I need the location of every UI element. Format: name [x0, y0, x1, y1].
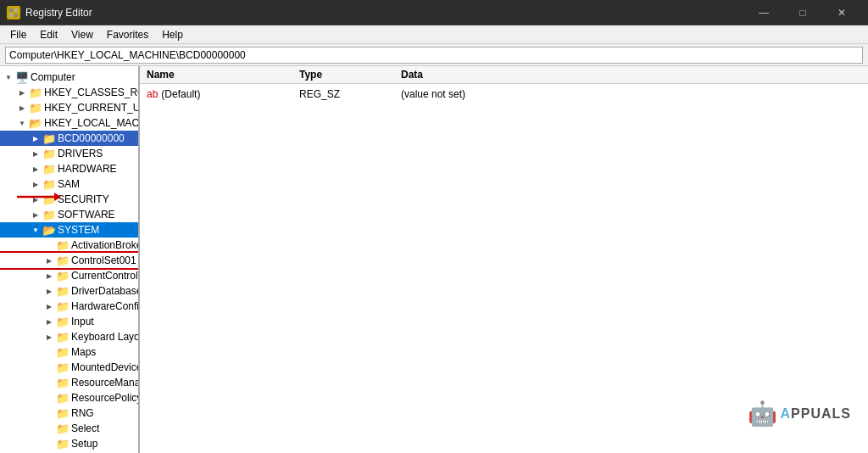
tree-item-setup[interactable]: 📁 Setup [0, 436, 138, 451]
expander-sam[interactable] [29, 176, 42, 192]
tree-label-hwconfig: HardwareConfig [70, 300, 140, 312]
tree-item-hwconfig[interactable]: 📁 HardwareConfig [0, 299, 138, 314]
tree-item-driverdb[interactable]: 📁 DriverDatabase [0, 283, 138, 299]
app-icon [7, 6, 20, 20]
expander-hardware[interactable] [29, 161, 42, 176]
tree-label-rng: RNG [70, 407, 94, 419]
expander-cs001[interactable] [42, 253, 56, 268]
folder-icon-hkcr: 📁 [29, 87, 42, 98]
tree-label-cs001: ControlSet001 [70, 254, 136, 266]
tree-item-security[interactable]: 📁 SECURITY [0, 192, 138, 207]
maximize-button[interactable]: □ [783, 0, 822, 25]
address-input[interactable] [5, 47, 863, 64]
folder-icon-maps: 📁 [56, 346, 70, 358]
tree-label-bcd: BCD00000000 [56, 132, 125, 144]
tree-item-hkcr[interactable]: 📁 HKEY_CLASSES_ROOT [0, 85, 138, 100]
expander-driverdb[interactable] [42, 283, 56, 299]
col-name: Name [147, 69, 299, 81]
watermark-text: APPUALS [781, 406, 851, 422]
reg-type-default: REG_SZ [299, 88, 401, 100]
right-content: ab (Default) REG_SZ (value not set) [140, 84, 868, 453]
folder-icon-curcs: 📁 [56, 270, 70, 282]
tree-item-hkcu[interactable]: 📁 HKEY_CURRENT_USER [0, 100, 138, 115]
expander-kblayout[interactable] [42, 329, 56, 344]
tree-item-curcs[interactable]: 📁 CurrentControlSet [0, 268, 138, 283]
right-panel-header: Name Type Data [140, 66, 868, 84]
tree-item-rng[interactable]: 📁 RNG [0, 405, 138, 421]
folder-icon-hklm: 📂 [29, 117, 42, 129]
tree-label-system: SYSTEM [56, 224, 99, 236]
menu-view[interactable]: View [64, 25, 100, 44]
folder-icon-hardware: 📁 [42, 163, 56, 175]
tree-item-select[interactable]: 📁 Select [0, 421, 138, 436]
expander-curcs[interactable] [42, 268, 56, 283]
tree-item-actbroker[interactable]: 📁 ActivationBroker [0, 238, 138, 253]
tree-item-computer[interactable]: 🖥️ Computer [0, 70, 138, 85]
expander-software[interactable] [29, 207, 42, 222]
minimize-button[interactable]: — [744, 0, 783, 25]
tree-label-security: SECURITY [56, 193, 109, 205]
tree-item-hklm[interactable]: 📂 HKEY_LOCAL_MACHINE [0, 115, 138, 131]
expander-hkcr[interactable] [15, 85, 29, 100]
tree-item-respol[interactable]: 📁 ResourcePolicyStore [0, 390, 138, 405]
folder-icon-kblayout: 📁 [56, 331, 70, 343]
tree-item-kblayout[interactable]: 📁 Keyboard Layout [0, 329, 138, 344]
folder-icon-respol: 📁 [56, 392, 70, 404]
address-bar [0, 44, 868, 66]
folder-icon-input: 📁 [56, 316, 70, 327]
reg-name-default: ab (Default) [147, 88, 299, 100]
menu-file[interactable]: File [3, 25, 33, 44]
tree-label-setup: Setup [70, 438, 97, 450]
title-bar-left: Registry Editor [7, 6, 92, 20]
tree-item-resmgr[interactable]: 📁 ResourceManager [0, 375, 138, 390]
expander-system[interactable] [29, 222, 42, 238]
expander-bcd[interactable] [29, 131, 42, 146]
folder-icon-driverdb: 📁 [56, 285, 70, 297]
watermark: 🤖 APPUALS [748, 400, 851, 428]
col-type: Type [299, 69, 401, 81]
folder-icon-drivers: 📁 [42, 148, 56, 159]
folder-icon-bcd: 📁 [42, 132, 56, 144]
expander-drivers[interactable] [29, 146, 42, 161]
tree-item-software[interactable]: 📁 SOFTWARE [0, 207, 138, 222]
tree-label-hkcu: HKEY_CURRENT_USER [42, 102, 140, 114]
menu-help[interactable]: Help [155, 25, 190, 44]
tree-label-curcs: CurrentControlSet [70, 270, 140, 282]
reg-ab-icon: ab [147, 88, 158, 100]
svg-rect-3 [14, 14, 18, 17]
folder-icon-system: 📂 [42, 224, 56, 236]
reg-name-label: (Default) [161, 88, 200, 100]
tree-item-cs001[interactable]: 📁 ControlSet001 [0, 253, 138, 268]
tree-item-mntdevices[interactable]: 📁 MountedDevices [0, 360, 138, 375]
tree-item-sam[interactable]: 📁 SAM [0, 176, 138, 192]
expander-hwconfig[interactable] [42, 299, 56, 314]
tree-label-driverdb: DriverDatabase [70, 285, 140, 297]
expander-hkcu[interactable] [15, 100, 29, 115]
tree-item-hardware[interactable]: 📁 HARDWARE [0, 161, 138, 176]
tree-label-mntdevices: MountedDevices [70, 361, 140, 373]
folder-icon-mntdevices: 📁 [56, 361, 70, 373]
menu-favorites[interactable]: Favorites [100, 25, 155, 44]
folder-icon-actbroker: 📁 [56, 239, 70, 251]
expander-hklm[interactable] [15, 115, 29, 131]
menu-edit[interactable]: Edit [33, 25, 64, 44]
tree-item-system[interactable]: 📂 SYSTEM [0, 222, 138, 238]
tree-label-software: SOFTWARE [56, 209, 115, 221]
registry-row-default[interactable]: ab (Default) REG_SZ (value not set) [140, 86, 868, 103]
svg-rect-2 [9, 14, 13, 17]
tree-item-drivers[interactable]: 📁 DRIVERS [0, 146, 138, 161]
close-button[interactable]: ✕ [822, 0, 861, 25]
tree-label-computer: Computer [29, 71, 75, 83]
main-content: 🖥️ Computer 📁 HKEY_CLASSES_ROOT 📁 HKEY_C… [0, 66, 868, 453]
expander-security[interactable] [29, 192, 42, 207]
watermark-a: A [781, 406, 792, 421]
watermark-ppuals: PPUALS [791, 406, 851, 421]
tree-label-hkcr: HKEY_CLASSES_ROOT [42, 87, 140, 98]
computer-icon: 🖥️ [15, 71, 29, 83]
tree-item-bcd[interactable]: 📁 BCD00000000 [0, 131, 138, 146]
tree-item-input[interactable]: 📁 Input [0, 314, 138, 329]
expander-computer[interactable] [2, 70, 15, 85]
tree-item-maps[interactable]: 📁 Maps [0, 344, 138, 360]
folder-icon-sam: 📁 [42, 178, 56, 190]
expander-input[interactable] [42, 314, 56, 329]
